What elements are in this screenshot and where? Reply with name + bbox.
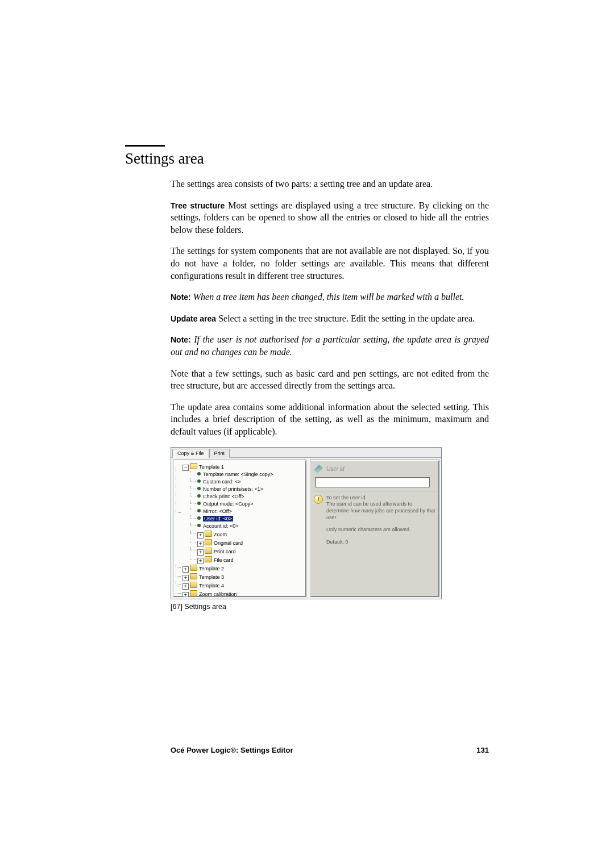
folder-icon (190, 565, 197, 571)
tab-bar: Copy & File Print (171, 448, 441, 457)
note-2: Note: If the user is not authorised for … (171, 333, 489, 358)
tree-leaf-selected-label: User id: <0> (203, 516, 233, 521)
page-title: Settings area (125, 150, 489, 168)
tree-root[interactable]: −Template 1 Template name: <Single copy>… (176, 462, 304, 564)
tree-leaf-selected[interactable]: User id: <0> (190, 515, 304, 523)
collapse-icon[interactable]: − (182, 465, 189, 471)
tree-subfolder-label: Original card (214, 540, 243, 546)
pencil-icon (314, 465, 323, 474)
expand-icon[interactable]: + (197, 532, 204, 539)
tree-sibling-label: Zoom calibration (199, 591, 237, 597)
expand-icon[interactable]: + (197, 549, 204, 556)
settings-tree[interactable]: −Template 1 Template name: <Single copy>… (176, 462, 304, 597)
tab-copy-file[interactable]: Copy & File (172, 449, 209, 458)
folder-icon (190, 582, 197, 588)
update-area-panel: User id i To set the user id. The user i… (310, 460, 439, 597)
expand-icon[interactable]: + (182, 583, 189, 590)
figure-caption: [67] Settings area (171, 603, 489, 611)
tree-subfolder[interactable]: +File card (190, 556, 304, 564)
folder-icon (190, 590, 197, 596)
divider (313, 491, 437, 491)
footer-page-number: 131 (476, 746, 489, 754)
tree-leaf[interactable]: Custom card: <> (190, 478, 304, 486)
figure-67: Copy & File Print −Template 1 Template n… (171, 447, 489, 611)
tree-structure-paragraph-1: Tree structure Most settings are display… (171, 199, 489, 236)
bullet-icon (197, 516, 201, 520)
tree-sibling[interactable]: +Template 4 (176, 581, 304, 590)
note-2-text: If the user is not authorised for a part… (171, 335, 489, 357)
update-area-text: Select a setting in the tree structure. … (216, 314, 475, 323)
tree-sibling-label: Template 4 (199, 583, 224, 589)
note-1-text: When a tree item has been changed, this … (191, 292, 464, 302)
note-2-label: Note: (171, 335, 191, 344)
info-icon: i (314, 495, 323, 504)
tree-subfolder[interactable]: +Zoom (190, 530, 304, 539)
bullet-icon (197, 524, 201, 527)
tree-subfolder-label: Print card (214, 549, 236, 554)
info-line-3: Only numeric characters are allowed. (326, 527, 435, 533)
tree-leaf-label: Mirror: <Off> (203, 508, 232, 514)
tree-sibling-label: Template 2 (199, 566, 224, 571)
update-area-paragraph: Update area Select a setting in the tree… (171, 312, 489, 325)
heading-rule (125, 145, 165, 147)
update-info-block: i To set the user id. The user id can be… (313, 495, 437, 552)
tree-sibling-label: Template 3 (199, 574, 224, 580)
tree-structure-paragraph-2: The settings for system components that … (171, 245, 489, 282)
tree-leaf[interactable]: Check print: <Off> (190, 493, 304, 500)
folder-icon (205, 548, 212, 554)
folder-icon (205, 531, 212, 537)
tree-leaf[interactable]: Mirror: <Off> (190, 508, 304, 515)
after-paragraph-1: Note that a few settings, such as basic … (171, 368, 489, 392)
footer-left: Océ Power Logic®: Settings Editor (171, 746, 293, 754)
info-line-4: Default: 0 (326, 539, 435, 546)
settings-editor-window: Copy & File Print −Template 1 Template n… (171, 447, 442, 599)
page-footer: Océ Power Logic®: Settings Editor 131 (0, 746, 614, 754)
tree-leaf[interactable]: Template name: <Single copy> (190, 471, 304, 478)
tree-subfolder[interactable]: +Print card (190, 547, 304, 556)
folder-open-icon (190, 463, 197, 469)
tab-print[interactable]: Print (209, 449, 230, 458)
expand-icon[interactable]: + (197, 541, 204, 547)
tree-leaf[interactable]: Account id: <0> (190, 523, 304, 530)
bullet-icon (197, 509, 201, 512)
bullet-icon (197, 494, 201, 498)
note-1-label: Note: (171, 293, 191, 302)
intro-paragraph: The settings area consists of two parts:… (171, 178, 489, 190)
tree-leaf[interactable]: Output mode: <Copy> (190, 500, 304, 508)
expand-icon[interactable]: + (182, 575, 189, 581)
bullet-icon (197, 472, 201, 475)
user-id-input[interactable] (315, 477, 430, 487)
tree-leaf-label: Account id: <0> (203, 523, 239, 529)
tree-leaf[interactable]: Number of prints/sets: <1> (190, 486, 304, 493)
tree-subfolder-label: Zoom (214, 532, 227, 537)
tree-sibling[interactable]: +Template 3 (176, 573, 304, 581)
tree-sibling[interactable]: +Zoom calibration (176, 590, 304, 597)
tree-leaf-label: Number of prints/sets: <1> (203, 486, 263, 492)
note-1: Note: When a tree item has been changed,… (171, 291, 489, 303)
after-paragraph-2: The update area contains some additional… (171, 401, 489, 438)
tree-leaf-label: Check print: <Off> (203, 494, 244, 499)
bullet-icon (197, 487, 201, 490)
update-area-label: Update area (171, 314, 216, 323)
tree-sibling[interactable]: +Template 2 (176, 564, 304, 573)
info-line-2: The user id can be used afterwards to de… (326, 501, 435, 520)
tree-subfolder[interactable]: +Original card (190, 539, 304, 547)
tree-subfolder-label: File card (214, 557, 234, 563)
update-area-header: User id (313, 462, 437, 477)
update-info-text: To set the user id. The user id can be u… (326, 495, 435, 552)
bullet-icon (197, 479, 201, 483)
folder-icon (205, 556, 212, 562)
update-area-title: User id (326, 466, 345, 472)
tree-leaf-label: Output mode: <Copy> (203, 501, 254, 507)
expand-icon[interactable]: + (182, 592, 189, 597)
tree-root-label: Template 1 (199, 464, 224, 470)
tree-structure-label: Tree structure (171, 201, 225, 210)
tree-leaf-label: Template name: <Single copy> (203, 471, 273, 477)
body-text: The settings area consists of two parts:… (171, 178, 489, 438)
folder-icon (190, 573, 197, 579)
expand-icon[interactable]: + (197, 558, 204, 564)
folder-icon (205, 539, 212, 545)
bullet-icon (197, 502, 201, 505)
expand-icon[interactable]: + (182, 566, 189, 573)
info-line-1: To set the user id. (326, 495, 367, 500)
